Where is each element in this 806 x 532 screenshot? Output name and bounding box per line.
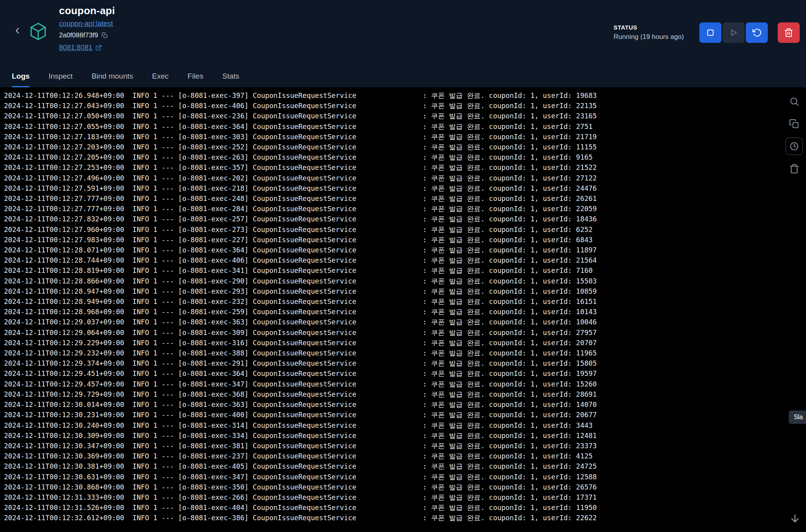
search-icon — [789, 96, 799, 107]
tab-stats[interactable]: Stats — [222, 65, 239, 87]
log-line: 2024-12-11T00:12:28.968+09:00 INFO 1 ---… — [4, 307, 806, 317]
external-link-icon — [95, 44, 102, 51]
log-line: 2024-12-11T00:12:27.591+09:00 INFO 1 ---… — [4, 183, 806, 193]
port-link-label: 8081:8081 — [59, 44, 92, 52]
log-line: 2024-12-11T00:12:28.744+09:00 INFO 1 ---… — [4, 255, 806, 265]
container-name: coupon-api — [59, 5, 115, 17]
log-line: 2024-12-11T00:12:30.369+09:00 INFO 1 ---… — [4, 451, 806, 461]
copy-icon — [789, 119, 799, 129]
container-title-block: coupon-api coupon-api:latest 2a0f088f73f… — [59, 5, 115, 52]
log-line: 2024-12-11T00:12:29.374+09:00 INFO 1 ---… — [4, 358, 806, 368]
log-line: 2024-12-11T00:12:29.729+09:00 INFO 1 ---… — [4, 389, 806, 399]
log-line: 2024-12-11T00:12:30.868+09:00 INFO 1 ---… — [4, 482, 806, 492]
log-line: 2024-12-11T00:12:30.240+09:00 INFO 1 ---… — [4, 420, 806, 431]
start-button[interactable] — [723, 22, 745, 43]
log-line: 2024-12-11T00:12:31.333+09:00 INFO 1 ---… — [4, 492, 806, 503]
log-line: 2024-12-11T00:12:26.948+09:00 INFO 1 ---… — [4, 90, 806, 101]
timestamps-toggle-button[interactable] — [786, 138, 803, 155]
tab-bind-mounts[interactable]: Bind mounts — [92, 65, 133, 87]
copy-icon — [102, 32, 108, 39]
log-line: 2024-12-11T00:12:29.037+09:00 INFO 1 ---… — [4, 317, 806, 327]
log-line: 2024-12-11T00:12:30.347+09:00 INFO 1 ---… — [4, 441, 806, 451]
log-line: 2024-12-11T00:12:27.777+09:00 INFO 1 ---… — [4, 193, 806, 204]
log-line: 2024-12-11T00:12:29.229+09:00 INFO 1 ---… — [4, 338, 806, 348]
container-id: 2a0f088f73f9 — [59, 31, 98, 39]
back-button[interactable] — [11, 24, 24, 37]
log-line: 2024-12-11T00:12:32.612+09:00 INFO 1 ---… — [4, 513, 806, 523]
clear-logs-button[interactable] — [786, 160, 803, 177]
log-line: 2024-12-11T00:12:29.451+09:00 INFO 1 ---… — [4, 368, 806, 379]
copy-id-button[interactable] — [102, 32, 108, 39]
tab-files[interactable]: Files — [188, 65, 203, 87]
trash-icon — [784, 28, 793, 37]
port-link[interactable]: 8081:8081 — [59, 44, 102, 52]
arrow-down-icon — [789, 513, 800, 524]
log-line: 2024-12-11T00:12:28.071+09:00 INFO 1 ---… — [4, 245, 806, 255]
tab-logs[interactable]: Logs — [12, 65, 30, 87]
log-toolbar — [786, 93, 803, 177]
log-line: 2024-12-11T00:12:27.496+09:00 INFO 1 ---… — [4, 173, 806, 183]
log-line: 2024-12-11T00:12:30.631+09:00 INFO 1 ---… — [4, 472, 806, 482]
log-line: 2024-12-11T00:12:28.866+09:00 INFO 1 ---… — [4, 276, 806, 286]
log-line: 2024-12-11T00:12:27.960+09:00 INFO 1 ---… — [4, 225, 806, 235]
image-link[interactable]: coupon-api:latest — [59, 20, 113, 28]
log-line: 2024-12-11T00:12:27.205+09:00 INFO 1 ---… — [4, 152, 806, 162]
log-line: 2024-12-11T00:12:27.183+09:00 INFO 1 ---… — [4, 132, 806, 142]
log-line: 2024-12-11T00:12:27.983+09:00 INFO 1 ---… — [4, 235, 806, 245]
log-line: 2024-12-11T00:12:28.947+09:00 INFO 1 ---… — [4, 286, 806, 296]
log-line: 2024-12-11T00:12:29.064+09:00 INFO 1 ---… — [4, 328, 806, 338]
log-line: 2024-12-11T00:12:29.232+09:00 INFO 1 ---… — [4, 348, 806, 358]
status-value: Running (19 hours ago) — [614, 33, 688, 41]
play-icon — [729, 28, 738, 37]
tab-inspect[interactable]: Inspect — [48, 65, 72, 87]
log-line: 2024-12-11T00:12:31.526+09:00 INFO 1 ---… — [4, 503, 806, 513]
log-line: 2024-12-11T00:12:27.050+09:00 INFO 1 ---… — [4, 111, 806, 121]
stop-button[interactable] — [699, 22, 721, 43]
status-block: STATUS Running (19 hours ago) — [614, 24, 688, 41]
trash-icon — [789, 164, 799, 174]
log-line: 2024-12-11T00:12:28.949+09:00 INFO 1 ---… — [4, 296, 806, 307]
log-line: 2024-12-11T00:12:28.819+09:00 INFO 1 ---… — [4, 265, 806, 276]
container-action-buttons — [699, 22, 800, 43]
log-line: 2024-12-11T00:12:27.777+09:00 INFO 1 ---… — [4, 204, 806, 214]
status-label: STATUS — [614, 24, 688, 31]
log-viewer[interactable]: 2024-12-11T00:12:26.948+09:00 INFO 1 ---… — [0, 87, 806, 532]
log-line: 2024-12-11T00:12:30.309+09:00 INFO 1 ---… — [4, 431, 806, 441]
log-line: 2024-12-11T00:12:30.014+09:00 INFO 1 ---… — [4, 399, 806, 410]
scroll-to-bottom-button[interactable] — [788, 512, 802, 526]
log-line: 2024-12-11T00:12:27.055+09:00 INFO 1 ---… — [4, 121, 806, 132]
log-lines: 2024-12-11T00:12:26.948+09:00 INFO 1 ---… — [0, 87, 806, 523]
log-line: 2024-12-11T00:12:27.832+09:00 INFO 1 ---… — [4, 214, 806, 224]
log-line: 2024-12-11T00:12:30.231+09:00 INFO 1 ---… — [4, 410, 806, 420]
log-line: 2024-12-11T00:12:29.457+09:00 INFO 1 ---… — [4, 379, 806, 389]
tab-bar: Logs Inspect Bind mounts Exec Files Stat… — [0, 65, 806, 87]
log-line: 2024-12-11T00:12:27.253+09:00 INFO 1 ---… — [4, 162, 806, 173]
restart-button[interactable] — [746, 22, 768, 43]
container-header: coupon-api coupon-api:latest 2a0f088f73f… — [0, 0, 806, 65]
container-cube-icon — [28, 20, 48, 42]
stop-square-icon — [706, 28, 715, 37]
log-line: 2024-12-11T00:12:27.203+09:00 INFO 1 ---… — [4, 142, 806, 152]
back-chevron-icon — [13, 26, 22, 35]
clock-icon — [789, 141, 799, 151]
delete-button[interactable] — [778, 22, 800, 43]
log-line: 2024-12-11T00:12:27.043+09:00 INFO 1 ---… — [4, 101, 806, 111]
search-logs-button[interactable] — [786, 93, 803, 110]
log-line: 2024-12-11T00:12:30.381+09:00 INFO 1 ---… — [4, 461, 806, 471]
tab-exec[interactable]: Exec — [152, 65, 168, 87]
copy-logs-button[interactable] — [786, 115, 803, 133]
restart-icon — [752, 28, 762, 37]
partial-tooltip: Sla — [789, 411, 806, 424]
